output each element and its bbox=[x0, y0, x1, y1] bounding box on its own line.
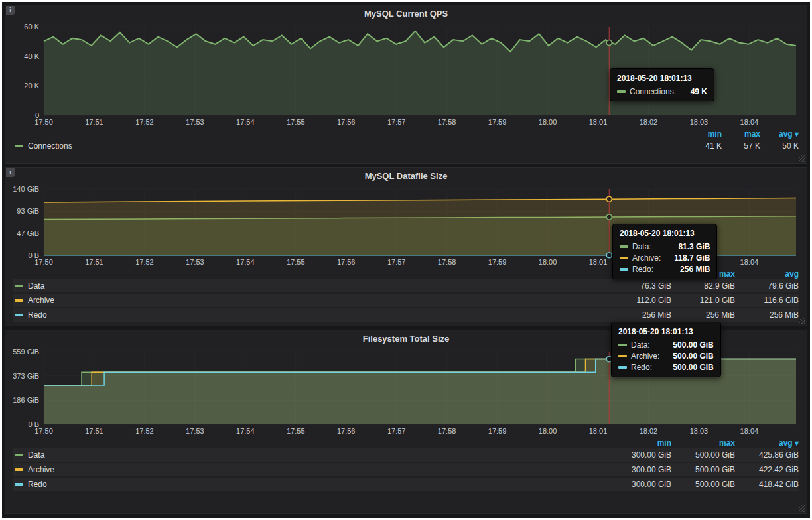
legend-row: Connections41 K57 K50 K bbox=[13, 139, 799, 153]
legend-value-avg: 50 K bbox=[760, 141, 799, 151]
legend-sort-avg[interactable]: avg bbox=[735, 269, 799, 279]
y-tick-label: 60 K bbox=[24, 23, 39, 31]
tooltip-series-label: Redo: bbox=[632, 265, 653, 274]
x-tick-label: 17:59 bbox=[488, 427, 507, 435]
legend-series-redo[interactable]: Redo bbox=[13, 310, 608, 320]
x-tick-label: 18:04 bbox=[740, 118, 759, 126]
legend-series-label: Data bbox=[28, 281, 44, 291]
x-tick-label: 18:04 bbox=[740, 258, 759, 266]
tooltip-series-label: Archive: bbox=[632, 253, 661, 263]
tooltip-series-row: Redo:256 MiB bbox=[620, 263, 710, 275]
series-color-icon bbox=[618, 344, 627, 346]
legend-value-max: 82.9 GiB bbox=[671, 281, 735, 291]
x-tick-label: 17:53 bbox=[186, 258, 204, 266]
legend-value-avg: 116.6 GiB bbox=[735, 296, 799, 305]
x-tick-label: 17:55 bbox=[287, 427, 305, 435]
series-color-icon bbox=[15, 483, 23, 486]
tooltip-series-label: Archive: bbox=[631, 352, 659, 361]
legend-series-data[interactable]: Data bbox=[13, 281, 608, 291]
tooltip-series-row: Redo:500.00 GiB bbox=[618, 361, 714, 373]
panel-resize-handle[interactable] bbox=[799, 318, 805, 324]
legend-series-label: Data bbox=[28, 450, 44, 460]
y-tick-label: 186 GiB bbox=[13, 396, 39, 404]
x-tick-label: 18:00 bbox=[539, 427, 557, 435]
panel-resize-handle[interactable] bbox=[799, 505, 805, 512]
x-tick-label: 18:02 bbox=[640, 427, 658, 435]
series-color-icon bbox=[617, 90, 626, 93]
x-tick-label: 18:01 bbox=[589, 118, 608, 126]
legend-row: Data300.00 GiB500.00 GiB425.86 GiB bbox=[13, 448, 799, 462]
legend-series-archive[interactable]: Archive bbox=[13, 296, 608, 305]
y-tick-label: 0 bbox=[35, 111, 39, 119]
legend-row: Data76.3 GiB82.9 GiB79.6 GiB bbox=[13, 279, 799, 292]
legend-series-label: Archive bbox=[28, 465, 54, 474]
y-tick-label: 373 GiB bbox=[13, 372, 39, 380]
legend-sort-min[interactable]: min bbox=[608, 438, 671, 448]
legend-sort-avg[interactable]: avg ▾ bbox=[760, 129, 799, 139]
legend-value-max: 500.00 GiB bbox=[671, 465, 735, 474]
tooltip-series-value: 256 MiB bbox=[671, 265, 710, 274]
legend-sort-max[interactable]: max bbox=[671, 438, 735, 448]
legend-value-avg: 79.6 GiB bbox=[735, 281, 799, 291]
x-tick-label: 18:02 bbox=[640, 118, 658, 126]
x-tick-label: 17:56 bbox=[337, 118, 356, 126]
x-tick-label: 18:03 bbox=[690, 427, 709, 435]
tooltip-series-value: 500.00 GiB bbox=[663, 340, 713, 350]
x-tick-label: 18:01 bbox=[589, 427, 608, 435]
info-icon[interactable]: i bbox=[6, 168, 15, 177]
x-tick-label: 17:57 bbox=[387, 118, 406, 126]
tooltip-series-value: 49 K bbox=[681, 87, 707, 96]
tooltip-series-value: 500.00 GiB bbox=[663, 363, 713, 372]
x-tick-label: 17:54 bbox=[236, 118, 255, 126]
chart-tooltip: 2018-05-20 18:01:13Data:500.00 GiBArchiv… bbox=[611, 322, 721, 377]
legend-sort-avg[interactable]: avg ▾ bbox=[735, 438, 799, 448]
tooltip-series-row: Data:500.00 GiB bbox=[618, 339, 714, 350]
x-tick-label: 17:52 bbox=[135, 427, 154, 435]
legend-sort-max[interactable]: max bbox=[722, 129, 760, 139]
legend-series-archive[interactable]: Archive bbox=[13, 465, 608, 474]
legend-series-redo[interactable]: Redo bbox=[13, 480, 608, 489]
legend-series-data[interactable]: Data bbox=[13, 450, 608, 460]
legend-value-avg: 256 MiB bbox=[735, 310, 799, 320]
x-tick-label: 17:52 bbox=[135, 118, 154, 126]
legend-row: Redo256 MiB256 MiB256 MiB bbox=[13, 308, 799, 322]
legend-value-min: 41 K bbox=[683, 141, 722, 151]
x-tick-label: 17:56 bbox=[337, 427, 356, 435]
panel-resize-handle[interactable] bbox=[799, 155, 805, 162]
legend-series-connections[interactable]: Connections bbox=[13, 141, 683, 151]
legend-header: minmaxavg ▾ bbox=[13, 438, 799, 448]
x-tick-label: 17:57 bbox=[387, 427, 406, 435]
y-tick-label: 0 B bbox=[28, 421, 39, 428]
y-tick-label: 0 B bbox=[28, 251, 39, 259]
x-tick-label: 17:51 bbox=[85, 118, 103, 126]
tooltip-timestamp: 2018-05-20 18:01:13 bbox=[617, 74, 707, 83]
info-icon[interactable]: i bbox=[6, 6, 15, 15]
series-color-icon bbox=[15, 314, 23, 316]
x-tick-label: 18:04 bbox=[740, 427, 759, 435]
x-tick-label: 17:56 bbox=[337, 258, 356, 266]
legend-value-avg: 418.42 GiB bbox=[735, 480, 799, 489]
legend-value-avg: 422.42 GiB bbox=[735, 465, 799, 474]
tooltip-timestamp: 2018-05-20 18:01:13 bbox=[620, 229, 710, 238]
x-tick-label: 17:51 bbox=[85, 258, 103, 266]
x-tick-label: 17:58 bbox=[438, 427, 456, 435]
legend-sort-min[interactable]: min bbox=[683, 129, 722, 139]
legend-series-label: Archive bbox=[28, 296, 54, 305]
y-tick-label: 559 GiB bbox=[13, 348, 39, 356]
x-tick-label: 18:00 bbox=[539, 258, 557, 266]
tooltip-series-row: Data:81.3 GiB bbox=[620, 241, 710, 252]
tooltip-series-value: 81.3 GiB bbox=[669, 242, 710, 251]
tooltip-series-row: Archive:118.7 GiB bbox=[620, 252, 710, 263]
y-tick-label: 93 GiB bbox=[17, 207, 39, 215]
tooltip-timestamp: 2018-05-20 18:01:13 bbox=[618, 327, 714, 336]
series-color-icon bbox=[15, 454, 23, 456]
series-color-icon bbox=[15, 468, 23, 471]
x-tick-label: 18:03 bbox=[690, 118, 709, 126]
legend-value-max: 256 MiB bbox=[671, 310, 735, 320]
legend-value-max: 121.0 GiB bbox=[671, 296, 735, 305]
legend-series-label: Redo bbox=[28, 480, 47, 489]
panel-title[interactable]: MySQL Datafile Size bbox=[9, 169, 803, 184]
x-tick-label: 17:55 bbox=[287, 258, 305, 266]
panel-title[interactable]: MySQL Current QPS bbox=[9, 7, 803, 21]
legend-value-avg: 425.86 GiB bbox=[735, 450, 799, 460]
